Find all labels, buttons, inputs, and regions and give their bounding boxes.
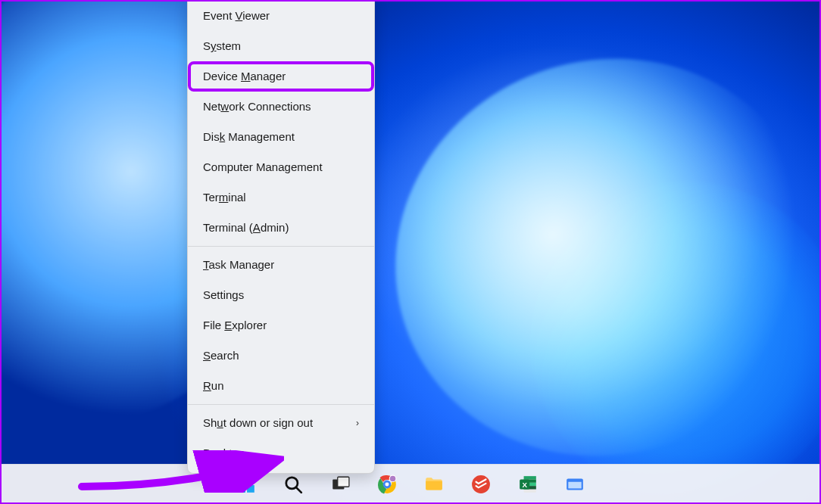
menu-item-system[interactable]: System (188, 31, 374, 61)
menu-item-file-explorer[interactable]: File Explorer (188, 310, 374, 341)
menu-item-settings[interactable]: Settings (188, 280, 374, 310)
menu-item-event-viewer[interactable]: Event Viewer (188, 1, 374, 31)
search-icon (283, 474, 303, 494)
menu-item-disk-management[interactable]: Disk Management (188, 122, 374, 152)
svg-text:X: X (522, 481, 527, 489)
menu-item-task-manager[interactable]: Task Manager (188, 250, 374, 280)
window-icon (565, 474, 585, 494)
chrome-app[interactable] (370, 468, 404, 501)
excel-app[interactable]: X (511, 468, 545, 501)
svg-point-11 (389, 475, 396, 482)
desktop-wallpaper (0, 0, 821, 504)
menu-item-network-connections[interactable]: Network Connections (188, 92, 374, 122)
file-explorer-app[interactable] (417, 468, 451, 501)
excel-icon: X (518, 474, 538, 494)
svg-point-10 (386, 483, 389, 487)
menu-item-computer-management[interactable]: Computer Management (188, 152, 374, 182)
folder-icon (424, 474, 444, 494)
menu-item-device-manager[interactable]: Device Manager (188, 61, 374, 92)
menu-item-desktop[interactable]: Desktop (188, 438, 374, 468)
menu-item-terminal-admin[interactable]: Terminal (Admin) (188, 213, 374, 243)
window-switch-app[interactable] (558, 468, 592, 501)
chevron-right-icon: › (356, 415, 359, 431)
svg-rect-2 (238, 485, 245, 493)
svg-rect-14 (524, 476, 536, 479)
menu-separator (188, 404, 374, 405)
todoist-app[interactable] (464, 468, 498, 501)
todoist-icon (471, 474, 491, 494)
svg-point-12 (472, 475, 490, 493)
svg-rect-7 (338, 477, 349, 487)
taskbar: X (0, 464, 821, 504)
menu-separator (188, 246, 374, 247)
taskview-icon (330, 474, 350, 494)
svg-rect-21 (568, 482, 581, 489)
svg-rect-1 (247, 476, 254, 484)
start-icon (236, 474, 256, 494)
menu-item-shut-down-or-sign-out[interactable]: Shut down or sign out› (188, 408, 374, 438)
svg-rect-0 (238, 476, 245, 484)
svg-rect-3 (247, 485, 254, 493)
menu-item-run[interactable]: Run (188, 371, 374, 401)
menu-item-search[interactable]: Search (188, 341, 374, 371)
chrome-icon (377, 474, 397, 494)
svg-line-5 (296, 487, 301, 493)
menu-item-terminal[interactable]: Terminal (188, 182, 374, 213)
winx-context-menu[interactable]: Event ViewerSystemDevice ManagerNetwork … (187, 0, 375, 474)
